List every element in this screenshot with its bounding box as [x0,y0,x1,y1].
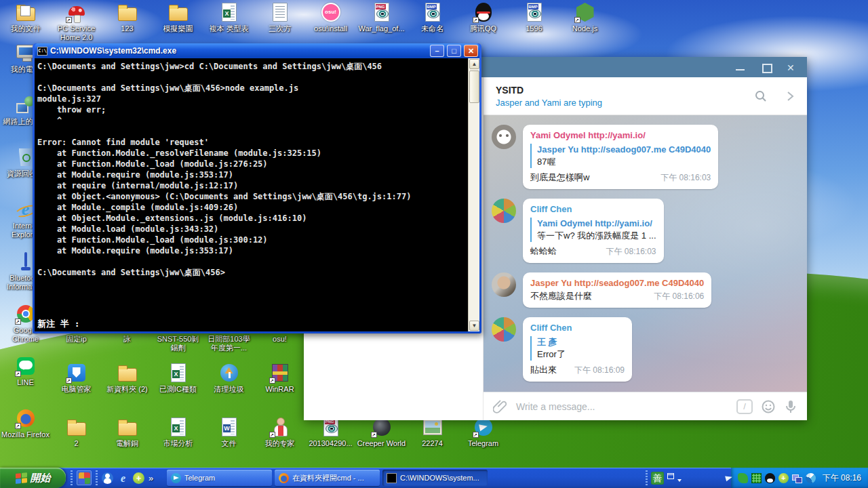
avatar-yami[interactable] [492,125,516,149]
desktop-icon[interactable]: 123 [102,1,153,42]
antivirus-tray-icon[interactable] [738,473,748,483]
vertical-scrollbar[interactable]: ▲ ▼ [468,58,479,331]
message-time: 下午 08:16:03 [660,172,711,184]
taskbar-task-button[interactable]: C:\WINDOWS\system... [382,470,488,486]
scroll-up-arrow-icon[interactable]: ▲ [469,59,479,69]
drag-handle[interactable] [96,470,98,485]
messenger-quicklaunch-icon[interactable] [102,472,113,484]
desktop-icon-label: 电脑管家 [62,385,92,394]
desktop-icon[interactable]: 201304290... [305,416,356,448]
photo-icon [424,420,441,434]
desktop-icon-label: Node.js [572,24,597,33]
desktop-icon[interactable]: 詠 [102,333,153,352]
desktop-icon-label: osu!install [314,24,347,33]
display-grid-tray-icon[interactable] [751,473,762,483]
sender-name[interactable]: Yami Odymel http://yami.io/ [530,129,711,142]
bot-command-button[interactable]: / [736,399,753,414]
drag-handle[interactable] [71,470,73,485]
reply-quote[interactable]: 王 彥 Error了 [530,336,625,361]
desktop-icon[interactable]: 22274 [407,416,458,448]
message-history[interactable]: Yami Odymel http://yami.io/ Jasper Yu ht… [484,115,807,392]
desktop-icon[interactable]: 複本 类型表 [203,1,254,42]
taskbar-task-button[interactable]: Telegram [167,470,272,486]
search-icon[interactable] [754,89,768,103]
task-button-label: 在資料夾裡開cmd - ... [292,473,364,483]
close-button[interactable]: ✕ [464,45,478,57]
desktop-icon[interactable]: 三次方 [254,1,305,42]
desktop-icon[interactable]: Node.js [559,1,610,42]
desktop-icon[interactable]: WinRAR [254,362,305,394]
desktop-icon[interactable]: LINE [0,355,51,407]
message-time: 下午 08:16:03 [606,246,656,258]
network-tray-icon[interactable] [792,473,802,483]
desktop-icon[interactable]: 未命名 [407,1,458,42]
emoji-icon[interactable] [761,399,776,414]
folder-icon [118,422,137,436]
language-bar-options-caret[interactable] [677,479,682,484]
desktop-icon[interactable]: 2 [51,416,102,448]
qq-tray-icon[interactable] [765,473,775,483]
start-button[interactable]: 開始 [0,468,66,488]
maximize-button[interactable] [761,62,772,73]
desktop-icon[interactable]: 清理垃圾 [203,362,254,394]
scroll-down-arrow-icon[interactable]: ▼ [469,321,479,331]
desktop-icon[interactable]: 日間部103學年度第一... [203,333,254,352]
drag-handle[interactable] [646,470,648,485]
desktop-icon[interactable]: Creeper World [356,416,407,448]
desktop-icon[interactable]: 模擬樂園 [153,1,203,42]
quick-launch-overflow-chevron[interactable]: » [149,473,153,483]
desktop-icon[interactable]: 电脑管家 [51,362,102,394]
avatar-cliff[interactable] [492,317,516,342]
reply-quote[interactable]: Jasper Yu http://seadog007.me C49D4040 8… [530,144,711,168]
desktop-icon[interactable]: 已測IC種類 [153,362,203,394]
telegram-chat-header[interactable]: YSITD Jasper and Yami are typing [484,77,807,115]
desktop-icon[interactable]: 1596 [509,1,559,42]
minimize-button[interactable] [735,62,746,73]
console-output[interactable]: C:\Documents and Settings\jww>cd C:\Docu… [35,58,479,331]
desktop-icon[interactable]: SNST-550剝錫劑 [153,333,203,352]
avatar-jasper[interactable] [492,272,516,297]
ie-quicklaunch-icon[interactable]: e [117,472,129,484]
scrollbar-thumb[interactable] [469,70,479,103]
taskbar-task-button[interactable]: 在資料夾裡開cmd - ... [275,470,380,486]
updater-quicklaunch-icon[interactable] [133,472,144,484]
desktop-icon[interactable]: 我的文件 [0,1,51,42]
desktop-icon[interactable]: osu! [254,333,305,352]
microphone-icon[interactable] [784,399,797,414]
desktop-icon[interactable]: 新資料夾 (2) [102,362,153,394]
message-bubble: Cliff Chen Yami Odymel http://yami.io/ 等… [523,199,664,263]
reply-quote[interactable]: Yami Odymel http://yami.io/ 等一下w? 我的漲跌幅度… [530,218,656,242]
desktop-icon[interactable]: 電解銅 [102,416,153,448]
desktop-icon[interactable]: Telegram [458,416,509,448]
desktop-icon[interactable]: 文件 [203,416,254,448]
browser-tray-icon[interactable] [806,473,816,483]
desktop-icon[interactable]: osu!install [305,1,356,42]
attach-paperclip-icon[interactable] [493,399,508,414]
maximize-button[interactable]: □ [447,45,461,57]
sender-name[interactable]: Jasper Yu http://seadog007.me C49D4040 [530,277,704,289]
telegram-tray-icon[interactable] [724,473,734,483]
desktop-icon[interactable]: 市場分析 [153,416,203,448]
pc-service-tray-icon[interactable] [778,473,789,483]
desktop-icon[interactable]: 腾讯QQ [458,1,509,42]
desktop-icon[interactable]: 我的专家 [254,416,305,448]
avatar-cliff[interactable] [492,199,516,223]
task-cmd-icon [387,473,397,483]
message-input[interactable]: Write a message... [516,401,728,412]
minimize-button[interactable]: – [430,45,444,57]
desktop-icon-label: 市場分析 [163,439,193,448]
desktop-icon[interactable]: Mozilla Firefox [0,407,51,460]
desktop-icon[interactable]: 固定ip [51,333,102,352]
sender-name[interactable]: Cliff Chen [530,203,656,216]
quote-sender-name: Yami Odymel http://yami.io/ [537,218,656,230]
language-bar-restore-icon[interactable] [667,473,674,479]
desktop-icon[interactable]: PC Service Home 2.0 [51,1,102,42]
close-button[interactable] [787,62,797,73]
desktop-icon[interactable]: War_flag_of... [356,1,407,42]
pinwheel-quicklaunch-icon[interactable] [79,472,90,484]
cmd-titlebar[interactable]: C:\ C:\WINDOWS\system32\cmd.exe – □ ✕ [35,43,479,58]
chevron-right-icon[interactable] [785,89,795,103]
sender-name[interactable]: Cliff Chen [530,322,625,334]
desktop-icon-label: 複本 类型表 [209,24,248,33]
ime-indicator[interactable]: 善 [651,472,664,485]
